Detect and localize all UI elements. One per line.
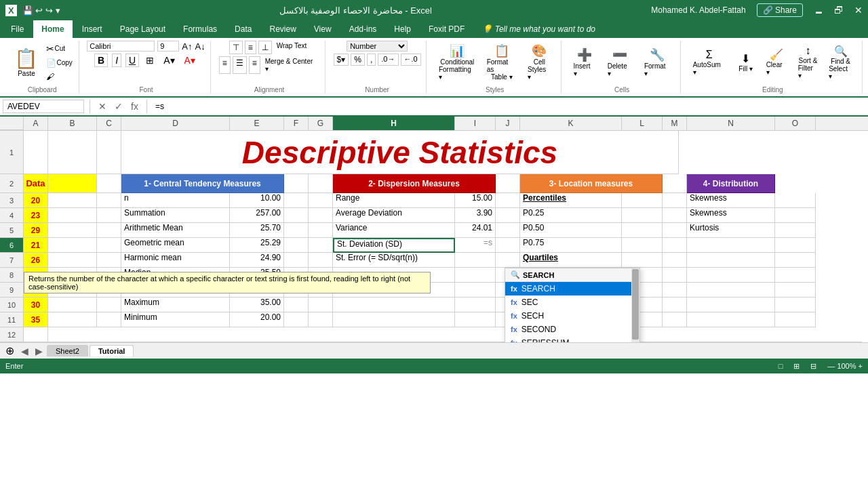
- cell-o8[interactable]: [775, 268, 816, 283]
- row-num-5[interactable]: 5: [0, 223, 23, 238]
- col-header-d[interactable]: D: [121, 117, 230, 130]
- cell-h7[interactable]: St. Error (= SD/sqrt(n)): [333, 253, 455, 268]
- cell-a6[interactable]: 21: [24, 238, 48, 253]
- cell-k5[interactable]: P0.50: [520, 223, 622, 238]
- cell-f11[interactable]: [284, 312, 309, 327]
- cell-l5[interactable]: [622, 223, 663, 238]
- cell-i6[interactable]: =s: [455, 238, 496, 253]
- cell-k7-quartiles[interactable]: Quartiles: [520, 253, 622, 268]
- normal-view-btn[interactable]: □: [778, 362, 783, 370]
- cell-c3[interactable]: [97, 193, 121, 208]
- cell-n6[interactable]: [687, 238, 775, 253]
- enter-formula-btn[interactable]: ✓: [112, 100, 125, 113]
- bold-btn[interactable]: B: [94, 54, 108, 67]
- tab-home[interactable]: Home: [33, 20, 72, 38]
- decrease-decimal-btn[interactable]: ←.0: [401, 54, 421, 66]
- align-left-btn[interactable]: ≡: [219, 56, 231, 74]
- col-header-g[interactable]: G: [309, 117, 333, 130]
- merge-center-btn[interactable]: Merge & Center ▾: [262, 56, 320, 74]
- cell-j3[interactable]: [496, 193, 520, 208]
- autocomplete-item-second[interactable]: fx SECOND: [505, 323, 639, 336]
- cell-f4[interactable]: [284, 208, 309, 223]
- cell-n3-skewness[interactable]: Skewness: [687, 193, 775, 208]
- formula-input[interactable]: [153, 100, 865, 113]
- tab-insert[interactable]: Insert: [74, 20, 111, 38]
- percent-btn[interactable]: %: [351, 54, 365, 66]
- tab-tell-me[interactable]: 💡 Tell me what you want to do: [474, 20, 604, 38]
- cell-i4[interactable]: 3.90: [455, 208, 496, 223]
- italic-btn[interactable]: I: [112, 54, 121, 67]
- cell-j4[interactable]: [496, 208, 520, 223]
- col-header-j[interactable]: J: [496, 117, 520, 130]
- cell-d4[interactable]: Summation: [121, 208, 230, 223]
- cell-f3[interactable]: [284, 193, 309, 208]
- paste-button[interactable]: 📋 Paste: [10, 45, 42, 80]
- cell-b7[interactable]: [48, 253, 97, 268]
- row-num-1[interactable]: 1: [0, 131, 23, 174]
- cell-a10[interactable]: 30: [24, 298, 48, 312]
- cell-b3[interactable]: [48, 193, 97, 208]
- format-as-table-btn[interactable]: 📋 Format as Table ▾: [483, 41, 521, 83]
- cell-m8[interactable]: [663, 268, 687, 283]
- cell-h3[interactable]: Range: [333, 193, 455, 208]
- comma-btn[interactable]: ,: [367, 54, 376, 66]
- cell-b4[interactable]: [48, 208, 97, 223]
- increase-font-btn[interactable]: A↑: [182, 41, 192, 52]
- align-middle-btn[interactable]: ≡: [245, 41, 256, 54]
- cell-e5[interactable]: 25.70: [230, 223, 284, 238]
- cell-c4[interactable]: [97, 208, 121, 223]
- cell-o6[interactable]: [775, 238, 816, 253]
- insert-cells-btn[interactable]: ➕ Insert ▾: [570, 45, 599, 80]
- cell-g7[interactable]: [309, 253, 333, 268]
- row-num-6[interactable]: 6: [0, 238, 23, 253]
- cell-f6[interactable]: [284, 238, 309, 253]
- cell-d11[interactable]: Minimum: [121, 312, 230, 327]
- cell-f7[interactable]: [284, 253, 309, 268]
- col-header-c[interactable]: C: [97, 117, 121, 130]
- tab-page-layout[interactable]: Page Layout: [112, 20, 174, 38]
- cell-e3[interactable]: 10.00: [230, 193, 284, 208]
- cell-j7[interactable]: [496, 253, 520, 268]
- currency-btn[interactable]: $▾: [334, 54, 349, 66]
- col-header-k[interactable]: K: [520, 117, 622, 130]
- cell-m10[interactable]: [663, 298, 687, 312]
- conditional-formatting-btn[interactable]: 📊 Conditional Formatting ▾: [435, 41, 480, 83]
- cell-m11[interactable]: [663, 312, 687, 327]
- fill-color-btn[interactable]: A▾: [161, 54, 177, 66]
- cell-n11[interactable]: [687, 312, 775, 327]
- row-num-9[interactable]: 9: [0, 283, 23, 298]
- align-bottom-btn[interactable]: ⊥: [258, 41, 272, 54]
- cell-i7[interactable]: [455, 253, 496, 268]
- cell-n7[interactable]: [687, 253, 775, 268]
- cell-j6[interactable]: [496, 238, 520, 253]
- cell-f10[interactable]: [284, 298, 309, 312]
- cell-d3[interactable]: n: [121, 193, 230, 208]
- cell-c6[interactable]: [97, 238, 121, 253]
- cell-f5[interactable]: [284, 223, 309, 238]
- sheet-tab-sheet2[interactable]: Sheet2: [47, 345, 88, 357]
- clear-btn[interactable]: 🧹 Clear ▾: [762, 45, 791, 79]
- cell-h10[interactable]: [333, 298, 455, 312]
- cell-m2[interactable]: [663, 174, 687, 193]
- cell-title[interactable]: Descriptive Statistics: [121, 131, 679, 174]
- cell-g2[interactable]: [309, 174, 333, 193]
- fill-btn[interactable]: ⬇ Fill ▾: [732, 49, 760, 75]
- cell-d10[interactable]: Maximum: [121, 298, 230, 312]
- cell-b10[interactable]: [48, 298, 97, 312]
- autocomplete-item-sech[interactable]: fx SECH: [505, 309, 639, 323]
- cell-b1[interactable]: [48, 131, 97, 174]
- cell-g4[interactable]: [309, 208, 333, 223]
- cell-c11[interactable]: [97, 312, 121, 327]
- cell-data-label[interactable]: Data: [24, 174, 48, 193]
- row-num-4[interactable]: 4: [0, 208, 23, 223]
- autocomplete-item-seriessum[interactable]: fx SERIESSUM: [505, 336, 639, 342]
- font-size-input[interactable]: [157, 41, 179, 52]
- cell-l7[interactable]: [622, 253, 663, 268]
- cell-o9[interactable]: [775, 283, 816, 298]
- wrap-text-btn[interactable]: Wrap Text: [274, 41, 310, 54]
- cell-f2[interactable]: [284, 174, 309, 193]
- cell-m3[interactable]: [663, 193, 687, 208]
- cell-l4[interactable]: [622, 208, 663, 223]
- share-btn[interactable]: 🔗 Share: [757, 3, 803, 17]
- scroll-sheets-right[interactable]: ▶: [33, 346, 45, 357]
